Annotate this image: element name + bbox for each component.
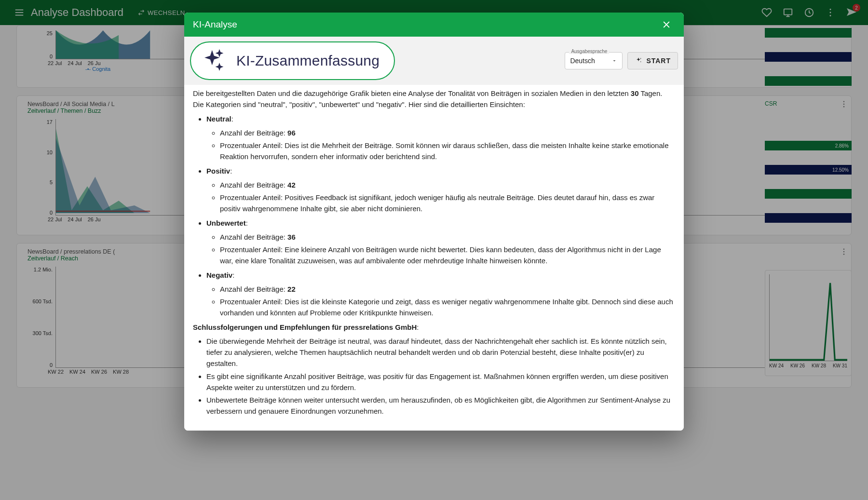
- section-pct: Prozentualer Anteil: Positives Feedback …: [220, 192, 675, 215]
- modal-header: KI-Analyse: [184, 13, 684, 37]
- analysis-sections: Neutral:Anzahl der Beiträge: 96Prozentua…: [206, 113, 675, 319]
- ai-analysis-modal: KI-Analyse KI-Zusammenfassung Ausgabesp: [184, 13, 684, 431]
- section-pct: Prozentualer Anteil: Eine kleinere Anzah…: [220, 244, 675, 267]
- svg-point-21: [640, 61, 641, 62]
- modal-body: Die bereitgestellten Daten und die dazug…: [184, 85, 684, 431]
- svg-point-20: [640, 58, 641, 59]
- modal-toolbar: KI-Zusammenfassung Ausgabesprache Deutsc…: [184, 37, 684, 85]
- section-count: Anzahl der Beiträge: 42: [220, 179, 675, 190]
- section-name: Negativ: [206, 271, 232, 279]
- conclusion-item: Die überwiegende Mehrheit der Beiträge i…: [206, 336, 675, 369]
- sparkle-small-icon: [635, 57, 642, 65]
- section-pct: Prozentualer Anteil: Dies ist die Mehrhe…: [220, 140, 675, 162]
- intro-paragraph: Die bereitgestellten Daten und die dazug…: [193, 88, 675, 110]
- modal-overlay[interactable]: KI-Analyse KI-Zusammenfassung Ausgabesp: [0, 0, 868, 500]
- section-count: Anzahl der Beiträge: 22: [220, 284, 675, 295]
- analysis-section: Negativ:Anzahl der Beiträge: 22Prozentua…: [206, 270, 675, 319]
- sparkle-icon: [201, 48, 226, 73]
- ai-summary-pill: KI-Zusammenfassung: [190, 41, 395, 80]
- language-select[interactable]: Ausgabesprache Deutsch: [565, 52, 623, 69]
- section-count: Anzahl der Beiträge: 96: [220, 127, 675, 138]
- section-name: Neutral: [206, 115, 231, 123]
- chevron-down-icon: [611, 58, 617, 64]
- section-name: Unbewertet: [206, 219, 246, 227]
- language-select-label: Ausgabesprache: [569, 49, 609, 54]
- close-icon[interactable]: [658, 16, 675, 33]
- section-pct: Prozentualer Anteil: Dies ist die kleins…: [220, 296, 675, 319]
- start-button[interactable]: START: [627, 52, 678, 69]
- section-count: Anzahl der Beiträge: 36: [220, 231, 675, 243]
- analysis-section: Unbewertet:Anzahl der Beiträge: 36Prozen…: [206, 217, 675, 267]
- conclusion-heading: Schlussfolgerungen und Empfehlungen für …: [193, 322, 675, 333]
- language-select-value: Deutsch: [570, 57, 595, 65]
- ai-summary-label: KI-Zusammenfassung: [236, 53, 380, 69]
- section-name: Positiv: [206, 167, 230, 175]
- start-button-label: START: [646, 57, 671, 65]
- modal-title: KI-Analyse: [193, 19, 237, 30]
- analysis-section: Positiv:Anzahl der Beiträge: 42Prozentua…: [206, 165, 675, 215]
- analysis-section: Neutral:Anzahl der Beiträge: 96Prozentua…: [206, 113, 675, 162]
- conclusion-item: Unbewertete Beiträge können weiter unter…: [206, 394, 675, 417]
- conclusion-list: Die überwiegende Mehrheit der Beiträge i…: [206, 336, 675, 417]
- conclusion-item: Es gibt eine signifikante Anzahl positiv…: [206, 371, 675, 393]
